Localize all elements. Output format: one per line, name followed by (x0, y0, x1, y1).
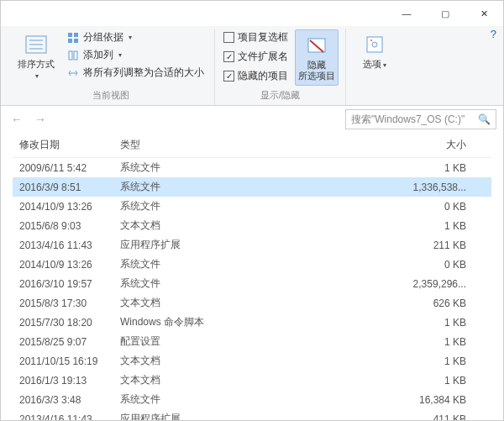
ribbon-view-tab: ? 排序方式▾ 分组依据 ▾ 添加列 ▾ (1, 26, 503, 106)
chevron-down-icon: ▾ (129, 34, 132, 41)
file-extensions-label: 文件扩展名 (238, 50, 288, 64)
hide-icon (303, 34, 330, 57)
hide-selected-button[interactable]: 隐藏所选项目 (295, 29, 339, 86)
cell-date: 2016/1/3 19:13 (13, 371, 113, 390)
svg-rect-11 (367, 37, 382, 52)
cell-date: 2013/4/16 11:43 (13, 235, 113, 255)
cell-type: 系统文件 (113, 177, 223, 197)
table-row[interactable]: 2015/6/8 9:03文本文档1 KB (13, 216, 491, 235)
cell-size: 1 KB (223, 158, 491, 178)
cell-date: 2013/4/16 11:43 (13, 409, 113, 421)
table-row[interactable]: 2009/6/11 5:42系统文件1 KB (13, 158, 491, 178)
svg-rect-8 (69, 51, 72, 60)
autosize-columns-button[interactable]: 将所有列调整为合适的大小 (63, 65, 207, 81)
window-titlebar: — ▢ ✕ (1, 1, 503, 26)
cell-date: 2014/10/9 13:26 (13, 255, 113, 274)
cell-size: 1 KB (223, 371, 491, 390)
svg-rect-5 (74, 33, 78, 37)
cell-date: 2016/3/3 3:48 (13, 390, 113, 409)
cell-type: 文本文档 (113, 371, 223, 390)
nav-bar: ← → 搜索"Windows7_OS (C:)" 🔍 (1, 106, 503, 133)
svg-rect-9 (74, 51, 77, 60)
table-row[interactable]: 2016/3/3 3:48系统文件16,384 KB (13, 390, 491, 409)
cell-size: 1,336,538... (223, 177, 491, 197)
close-button[interactable]: ✕ (465, 1, 503, 26)
grouping-icon (66, 31, 80, 45)
cell-date: 2015/8/25 9:07 (13, 332, 113, 351)
grouping-button[interactable]: 分组依据 ▾ (63, 29, 207, 45)
cell-size: 1 KB (223, 332, 491, 351)
add-column-button[interactable]: 添加列 ▾ (63, 47, 207, 63)
cell-date: 2011/10/15 16:19 (13, 351, 113, 371)
cell-type: 系统文件 (113, 390, 223, 409)
chevron-down-icon: ▾ (383, 61, 386, 69)
autosize-label: 将所有列调整为合适的大小 (83, 66, 204, 80)
search-placeholder: 搜索"Windows7_OS (C:)" (351, 113, 465, 127)
item-checkboxes-label: 项目复选框 (238, 30, 288, 45)
item-checkboxes-toggle[interactable]: 项目复选框 (222, 29, 290, 45)
cell-size: 411 KB (223, 409, 491, 421)
cell-type: Windows 命令脚本 (113, 313, 223, 332)
cell-type: 配置设置 (113, 332, 223, 351)
table-row[interactable]: 2015/8/3 17:30文本文档626 KB (13, 293, 491, 313)
options-button[interactable]: 选项▾ (353, 29, 396, 73)
cell-size: 1 KB (223, 216, 491, 235)
table-row[interactable]: 2014/10/9 13:26系统文件0 KB (13, 197, 491, 216)
table-row[interactable]: 2016/1/3 19:13文本文档1 KB (13, 371, 491, 390)
ribbon-group-current-view: 排序方式▾ 分组依据 ▾ 添加列 ▾ 将所有列调整为合适的大小 当 (8, 29, 215, 105)
search-input[interactable]: 搜索"Windows7_OS (C:)" 🔍 (345, 109, 496, 129)
cell-size: 1 KB (223, 313, 491, 332)
column-header-date[interactable]: 修改日期 (13, 133, 113, 158)
svg-rect-4 (68, 33, 72, 37)
options-icon (361, 33, 388, 56)
file-extensions-toggle[interactable]: ✓ 文件扩展名 (222, 49, 290, 65)
svg-rect-6 (68, 39, 72, 43)
table-row[interactable]: 2016/3/10 19:57系统文件2,359,296... (13, 274, 491, 293)
chevron-down-icon: ▾ (118, 51, 122, 59)
cell-date: 2015/6/8 9:03 (13, 216, 113, 235)
table-row[interactable]: 2016/3/9 8:51系统文件1,336,538... (13, 177, 491, 197)
cell-type: 应用程序扩展 (113, 409, 223, 421)
table-row[interactable]: 2015/7/30 18:20Windows 命令脚本1 KB (13, 313, 491, 332)
svg-rect-7 (74, 39, 78, 43)
cell-date: 2015/7/30 18:20 (13, 313, 113, 332)
cell-size: 0 KB (223, 255, 491, 274)
back-button[interactable]: ← (8, 110, 26, 129)
add-column-icon (66, 49, 80, 62)
checkbox-checked-icon: ✓ (223, 51, 234, 62)
ribbon-group-label (353, 90, 396, 105)
cell-date: 2016/3/9 8:51 (13, 177, 113, 197)
column-header-size[interactable]: 大小 (223, 133, 491, 158)
sort-button[interactable]: 排序方式▾ (14, 29, 58, 84)
chevron-down-icon: ▾ (35, 72, 39, 80)
help-icon[interactable]: ? (491, 28, 496, 40)
cell-size: 16,384 KB (223, 390, 491, 409)
table-row[interactable]: 2013/4/16 11:43应用程序扩展211 KB (13, 235, 491, 255)
column-header-type[interactable]: 类型 (113, 133, 223, 158)
sort-icon (23, 33, 50, 56)
cell-date: 2014/10/9 13:26 (13, 197, 113, 216)
cell-type: 文本文档 (113, 351, 223, 371)
cell-type: 文本文档 (113, 216, 223, 235)
table-row[interactable]: 2015/8/25 9:07配置设置1 KB (13, 332, 491, 351)
svg-rect-13 (370, 39, 372, 41)
minimize-button[interactable]: — (387, 1, 426, 26)
cell-type: 系统文件 (113, 255, 223, 274)
sort-label: 排序方式 (18, 59, 55, 69)
grouping-label: 分组依据 (83, 30, 123, 45)
add-column-label: 添加列 (83, 48, 113, 62)
table-row[interactable]: 2011/10/15 16:19文本文档1 KB (13, 351, 491, 371)
cell-type: 系统文件 (113, 197, 223, 216)
table-row[interactable]: 2013/4/16 11:43应用程序扩展411 KB (13, 409, 491, 421)
table-row[interactable]: 2014/10/9 13:26系统文件0 KB (13, 255, 491, 274)
ribbon-group-show-hide: 项目复选框 ✓ 文件扩展名 ✓ 隐藏的项目 隐藏所选项目 显示/隐藏 (215, 29, 346, 105)
forward-button[interactable]: → (31, 110, 50, 129)
file-list[interactable]: 修改日期 类型 大小 2009/6/11 5:42系统文件1 KB2016/3/… (1, 133, 503, 421)
cell-type: 系统文件 (113, 274, 223, 293)
checkbox-checked-icon: ✓ (223, 71, 234, 82)
maximize-button[interactable]: ▢ (426, 1, 465, 26)
options-label: 选项 (363, 59, 381, 69)
cell-size: 626 KB (223, 293, 491, 313)
hidden-items-toggle[interactable]: ✓ 隐藏的项目 (222, 68, 290, 84)
checkbox-icon (223, 32, 234, 43)
